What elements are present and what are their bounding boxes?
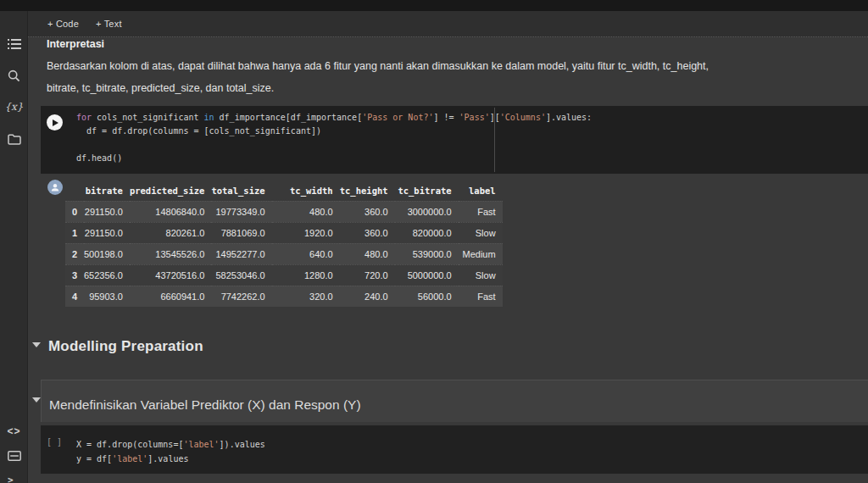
code-token: 'Pass or Not?' bbox=[362, 113, 433, 122]
code-line: df = df.drop(columns = [cols_not_signifi… bbox=[76, 125, 865, 138]
activity-sidebar: {x} <> >_ bbox=[0, 11, 28, 483]
code-token: ].values bbox=[147, 454, 188, 464]
table-cell: Fast bbox=[459, 286, 503, 307]
table-cell: 500198.0 bbox=[84, 243, 130, 264]
table-cell: 1 bbox=[65, 222, 84, 243]
executor-avatar bbox=[47, 180, 63, 195]
window-top-strip bbox=[0, 0, 868, 11]
code-editor-2[interactable]: X = df.drop(columns=['label']).valuesy =… bbox=[76, 437, 865, 470]
notebook-window: {x} <> >_ + Code + Text Interpretasi Ber… bbox=[0, 0, 868, 483]
code-line: df.head() bbox=[76, 152, 865, 165]
table-cell: 7742262.0 bbox=[211, 286, 271, 307]
table-cell: 240.0 bbox=[340, 286, 395, 307]
add-text-button[interactable]: + Text bbox=[96, 19, 122, 29]
markdown-heading-interpretasi: Interpretasi bbox=[47, 38, 104, 50]
table-column-header: bitrate bbox=[84, 180, 130, 201]
table-cell: 820261.0 bbox=[130, 222, 212, 243]
table-cell: 480.0 bbox=[340, 243, 395, 264]
table-row: 3652356.043720516.058253046.01280.0720.0… bbox=[65, 264, 503, 286]
variables-icon[interactable]: {x} bbox=[0, 97, 28, 117]
markdown-cell-mendefinisikan[interactable]: Mendefinisikan Variabel Prediktor (X) da… bbox=[41, 380, 868, 422]
code-token: 'Columns' bbox=[500, 113, 546, 122]
table-cell: Medium bbox=[459, 243, 503, 264]
markdown-paragraph-line2: bitrate, tc_bitrate, predicted_size, dan… bbox=[47, 82, 274, 94]
code-editor-1[interactable]: for cols_not_significant in df_importanc… bbox=[76, 111, 865, 172]
table-cell: 6660941.0 bbox=[130, 286, 212, 307]
table-cell: 3000000.0 bbox=[395, 201, 459, 222]
collapse-section-mendefinisikan-icon[interactable] bbox=[32, 397, 41, 402]
dataframe-output: bitratepredicted_sizetotal_sizetc_widtht… bbox=[65, 180, 503, 307]
collapse-section-modelling-icon[interactable] bbox=[32, 342, 41, 347]
table-cell: 7881069.0 bbox=[211, 222, 271, 243]
code-token: for bbox=[76, 113, 92, 122]
code-token: y = df[ bbox=[76, 454, 112, 464]
cell-run-gutter[interactable]: [ ] bbox=[47, 437, 62, 447]
table-cell: 320.0 bbox=[272, 286, 340, 307]
dataframe-table: bitratepredicted_sizetotal_sizetc_widtht… bbox=[65, 180, 503, 307]
add-code-button[interactable]: + Code bbox=[47, 19, 79, 29]
code-token: 'Pass' bbox=[459, 113, 490, 122]
section-heading-modelling: Modelling Preparation bbox=[48, 338, 203, 355]
table-column-header bbox=[65, 180, 84, 201]
table-cell: 291150.0 bbox=[84, 201, 130, 222]
table-cell: 13545526.0 bbox=[130, 243, 212, 264]
files-icon[interactable] bbox=[0, 129, 28, 149]
table-cell: 360.0 bbox=[340, 201, 395, 222]
table-cell: 539000.0 bbox=[395, 243, 459, 264]
table-cell: 43720516.0 bbox=[130, 264, 212, 286]
table-cell: 19773349.0 bbox=[211, 201, 271, 222]
code-token: 'label' bbox=[112, 454, 147, 464]
code-token: df_importance[df_importance[ bbox=[214, 113, 363, 122]
code-token: df.head() bbox=[76, 153, 122, 163]
table-cell: 1280.0 bbox=[272, 264, 340, 286]
table-column-header: tc_bitrate bbox=[395, 180, 459, 201]
code-token: ] != bbox=[433, 113, 459, 122]
table-cell: 360.0 bbox=[340, 222, 395, 243]
table-cell: Slow bbox=[459, 264, 503, 286]
person-icon bbox=[50, 182, 60, 192]
table-cell: 14952277.0 bbox=[211, 243, 271, 264]
code-line bbox=[76, 138, 865, 152]
code-token: ].values: bbox=[546, 113, 592, 122]
table-cell: 640.0 bbox=[272, 243, 340, 264]
section-heading-mendefinisikan: Mendefinisikan Variabel Prediktor (X) da… bbox=[49, 397, 361, 413]
table-header-row: bitratepredicted_sizetotal_sizetc_widtht… bbox=[65, 180, 503, 201]
code-token: ][ bbox=[490, 113, 500, 122]
table-row: 0291150.014806840.019773349.0480.0360.03… bbox=[65, 201, 503, 222]
terminal-icon[interactable]: >_ bbox=[0, 469, 28, 483]
table-cell: 720.0 bbox=[340, 264, 395, 286]
table-cell: 820000.0 bbox=[395, 222, 459, 243]
table-cell: 652356.0 bbox=[84, 264, 130, 286]
code-line: y = df['label'].values bbox=[76, 452, 865, 466]
code-cell-xy-definition: [ ] X = df.drop(columns=['label']).value… bbox=[41, 425, 868, 474]
table-cell: 1920.0 bbox=[272, 222, 340, 243]
table-cell: 291150.0 bbox=[84, 222, 130, 243]
notebook-main: + Code + Text Interpretasi Berdasarkan k… bbox=[28, 11, 868, 483]
markdown-paragraph-line1: Berdasarkan kolom di atas, dapat dilihat… bbox=[47, 60, 709, 72]
run-cell-button[interactable] bbox=[47, 114, 63, 130]
table-row: 495903.06660941.07742262.0320.0240.05600… bbox=[65, 286, 503, 307]
code-token: 'label' bbox=[183, 440, 219, 449]
table-cell: Slow bbox=[459, 222, 503, 243]
play-icon bbox=[53, 119, 58, 126]
table-cell: 0 bbox=[65, 201, 84, 222]
table-column-header: predicted_size bbox=[130, 180, 212, 201]
table-row: 1291150.0820261.07881069.01920.0360.0820… bbox=[65, 222, 503, 243]
cell-toolbar: + Code + Text bbox=[28, 11, 868, 37]
table-column-header: label bbox=[459, 180, 503, 201]
search-icon[interactable] bbox=[0, 65, 28, 86]
table-cell: 480.0 bbox=[272, 201, 340, 222]
table-cell: 5000000.0 bbox=[395, 264, 459, 286]
table-cell: 2 bbox=[65, 243, 84, 264]
code-line: X = df.drop(columns=['label']).values bbox=[76, 437, 865, 452]
table-row: 2500198.013545526.014952277.0640.0480.05… bbox=[65, 243, 503, 264]
table-of-contents-icon[interactable] bbox=[0, 34, 28, 54]
table-cell: 95903.0 bbox=[84, 286, 130, 307]
table-cell: Fast bbox=[459, 201, 503, 222]
table-column-header: tc_width bbox=[272, 180, 340, 201]
command-palette-icon[interactable] bbox=[0, 446, 28, 466]
code-cell-feature-drop: for cols_not_significant in df_importanc… bbox=[41, 106, 868, 174]
table-cell: 14806840.0 bbox=[130, 201, 212, 222]
table-column-header: total_size bbox=[211, 180, 271, 201]
code-snippets-icon[interactable]: <> bbox=[0, 421, 28, 441]
